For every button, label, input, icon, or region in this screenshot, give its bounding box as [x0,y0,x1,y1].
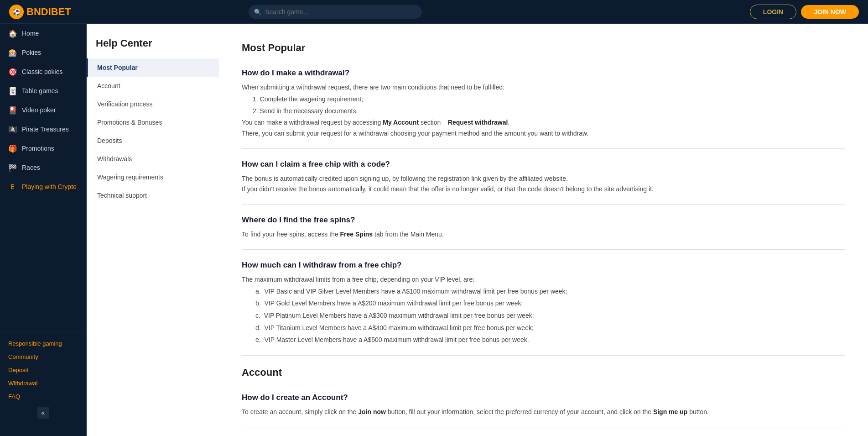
help-center-title: Help Center [87,37,219,58]
sidebar-item-promotions[interactable]: 🎁Promotions [0,139,86,158]
a1-text: When submitting a withdrawal request, th… [242,82,845,139]
help-nav-technical[interactable]: Technical support [87,186,219,205]
a1-num1: 1. Complete the wagering requirement; [253,93,845,105]
playing-with-crypto-icon: ₿ [8,182,17,191]
sidebar-item-label: Promotions [22,145,54,152]
help-nav-account[interactable]: Account [87,77,219,95]
a1-bold2: Request withdrawal [448,119,508,126]
search-input[interactable] [249,5,422,19]
a4-c: c. VIP Platinum Level Members have a A$3… [255,310,845,322]
sidebar-footer: Responsible gamingCommunityDepositWithdr… [0,332,86,427]
sidebar-item-label: Pokies [22,49,41,56]
promotions-icon: 🎁 [8,144,17,153]
a4-text: The maximum withdrawal limits from a fre… [242,274,845,346]
join-button[interactable]: JOIN NOW [801,5,859,19]
races-icon: 🏁 [8,163,17,172]
sidebar-item-table-games[interactable]: 🃏Table games [0,81,86,100]
sidebar-item-label: Playing with Crypto [22,183,77,190]
a2-text: The bonus is automatically credited upon… [242,173,845,195]
help-sidebar: Help Center Most PopularAccountVerificat… [87,24,219,436]
question-1: How do I make a withdrawal? When submitt… [242,68,845,139]
question-4: How much can I withdraw from a free chip… [242,261,845,346]
footer-link-community[interactable]: Community [0,350,86,363]
a4-a: a. VIP Basic and VIP Silver Level Member… [255,285,845,298]
a1-bold1: My Account [383,119,419,126]
topbar: ⚽ BNDIBET 🔍 LOGIN JOIN NOW [0,0,868,24]
sidebar-item-playing-with-crypto[interactable]: ₿Playing with Crypto [0,177,86,196]
help-nav-promotions-bonuses[interactable]: Promotions & Bonuses [87,113,219,131]
question-5: How do I create an Account? To create an… [242,393,845,418]
home-icon: 🏠 [8,29,17,38]
logo-icon: ⚽ [9,5,24,19]
q1-text: How do I make a withdrawal? [242,68,845,78]
pirate-treasures-icon: 🏴‍☠️ [8,125,17,134]
question-2: How can I claim a free chip with a code?… [242,160,845,195]
left-sidebar: 🏠Home🎰Pokies🎯Classic pokies🃏Table games🎴… [0,24,87,436]
login-button[interactable]: LOGIN [750,5,796,19]
help-nav-most-popular[interactable]: Most Popular [87,58,219,77]
sidebar-item-home[interactable]: 🏠Home [0,24,86,43]
a5-text: To create an account, simply click on th… [242,407,845,418]
a4-b: b. VIP Gold Level Members have a A$200 m… [255,297,845,310]
table-games-icon: 🃏 [8,86,17,95]
topbar-right: LOGIN JOIN NOW [750,5,859,19]
sidebar-item-video-poker[interactable]: 🎴Video poker [0,100,86,120]
a5-bold2: Sign me up [653,408,687,415]
logo[interactable]: ⚽ BNDIBET [9,5,71,19]
sidebar-item-classic-pokies[interactable]: 🎯Classic pokies [0,62,86,81]
most-popular-heading: Most Popular [242,42,845,58]
a3-text: To find your free spins, access the Free… [242,229,845,240]
a3-bold: Free Spins [340,231,373,238]
main-layout: 🏠Home🎰Pokies🎯Classic pokies🃏Table games🎴… [0,24,868,436]
sidebar-item-pokies[interactable]: 🎰Pokies [0,43,86,62]
footer-link-responsible-gaming[interactable]: Responsible gaming [0,337,86,350]
sidebar-item-label: Home [22,30,39,37]
q5-text: How do I create an Account? [242,393,845,402]
search-bar: 🔍 [249,5,422,19]
sidebar-item-label: Table games [22,87,58,95]
classic-pokies-icon: 🎯 [8,67,17,76]
logo-text: BNDIBET [26,6,71,18]
sidebar-item-label: Pirate Treasures [22,126,69,133]
a5-bold1: Join now [358,408,386,415]
sidebar-item-pirate-treasures[interactable]: 🏴‍☠️Pirate Treasures [0,120,86,139]
pokies-icon: 🎰 [8,48,17,57]
collapse-sidebar-button[interactable]: « [37,407,49,419]
video-poker-icon: 🎴 [8,105,17,115]
sidebar-item-label: Video poker [22,106,56,114]
help-content: Most Popular How do I make a withdrawal?… [219,24,868,436]
footer-link-deposit[interactable]: Deposit [0,363,86,377]
help-nav-verification[interactable]: Verification process [87,95,219,113]
help-nav-wagering[interactable]: Wagering requirements [87,168,219,186]
sidebar-item-races[interactable]: 🏁Races [0,158,86,177]
a4-d: d. VIP Titanium Level Members have a A$4… [255,322,845,334]
footer-link-withdrawal[interactable]: Withdrawal [0,377,86,390]
a4-e: e. VIP Master Level Members have a A$500… [255,334,845,346]
help-nav-deposits[interactable]: Deposits [87,131,219,150]
help-nav-withdrawals[interactable]: Withdrawals [87,150,219,168]
q2-text: How can I claim a free chip with a code? [242,160,845,169]
sidebar-item-label: Classic pokies [22,68,62,75]
sidebar-item-label: Races [22,164,40,171]
a1-num2: 2. Send in the necessary documents. [253,105,845,117]
q3-text: Where do I find the free spins? [242,215,845,225]
footer-link-faq[interactable]: FAQ [0,390,86,403]
question-3: Where do I find the free spins? To find … [242,215,845,240]
account-heading: Account [242,367,845,382]
q4-text: How much can I withdraw from a free chip… [242,261,845,270]
search-icon: 🔍 [254,8,261,15]
